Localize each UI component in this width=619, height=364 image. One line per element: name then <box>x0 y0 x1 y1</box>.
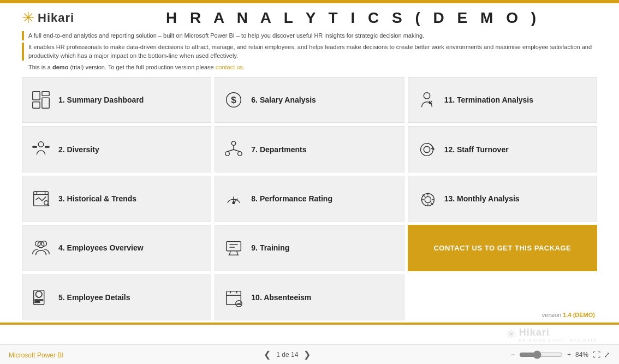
employees-overview-icon <box>29 236 53 260</box>
menu-item-diversity[interactable]: 2. Diversity <box>22 126 211 172</box>
menu-item-employees-overview[interactable]: 4. Employees Overview <box>22 225 211 271</box>
menu-item-performance[interactable]: 8. Performance Rating <box>215 176 404 222</box>
menu-item-employee-details[interactable]: 5. Employee Details <box>22 275 211 320</box>
svg-rect-51 <box>35 300 43 301</box>
svg-line-18 <box>234 150 240 152</box>
version-text: version 1.4 (DEMO) <box>542 312 597 318</box>
fit-to-screen-button[interactable]: ⛶ <box>593 350 600 359</box>
svg-point-13 <box>232 141 236 145</box>
menu-item-training[interactable]: 9. Training <box>215 225 404 271</box>
svg-rect-43 <box>227 242 241 251</box>
menu-label-monthly: 13. Monthly Analysis <box>444 194 520 203</box>
page-info: 1 de 14 <box>276 351 298 359</box>
performance-icon <box>222 187 246 211</box>
description-1: A full end-to-end analytics and reportin… <box>22 31 597 40</box>
menu-label-summary: 1. Summary Dashboard <box>58 96 144 104</box>
menu-label-employee-details: 5. Employee Details <box>58 293 130 302</box>
menu-item-absenteeism[interactable]: 10. Absenteeism <box>215 275 404 320</box>
description-3: This is a demo (trial) version. To get t… <box>22 63 597 72</box>
bottom-logo: ✳ Hikari BRINGING LIGHT INTO DATA <box>506 327 597 342</box>
menu-label-salary: 6. Salary Analysis <box>251 96 316 104</box>
menu-section: 1. Summary Dashboard $ 6. Salary Analysi… <box>22 77 597 320</box>
version-cell: version 1.4 (DEMO) <box>408 275 597 320</box>
zoom-slider[interactable] <box>519 350 563 359</box>
description-2: It enables HR professionals to make data… <box>22 43 597 61</box>
svg-point-7 <box>424 93 430 99</box>
svg-rect-1 <box>33 102 40 108</box>
svg-point-33 <box>425 196 431 202</box>
svg-text:$: $ <box>231 95 237 105</box>
svg-point-31 <box>233 202 235 204</box>
menu-label-departments: 7. Departments <box>251 145 306 154</box>
header-row: ✳ Hikari H R A N A L Y T I C S ( D E M O… <box>22 9 597 27</box>
svg-point-14 <box>225 151 230 156</box>
menu-label-diversity: 2. Diversity <box>58 145 99 154</box>
training-icon <box>222 236 246 260</box>
menu-item-salary[interactable]: $ 6. Salary Analysis <box>215 77 404 123</box>
main-content: ✳ Hikari H R A N A L Y T I C S ( D E M O… <box>0 3 619 320</box>
menu-label-performance: 8. Performance Rating <box>251 194 332 203</box>
menu-item-termination[interactable]: 11. Termination Analysis <box>408 77 597 123</box>
menu-label-absenteeism: 10. Absenteeism <box>251 293 311 302</box>
monthly-icon <box>415 187 439 211</box>
svg-point-15 <box>238 151 242 156</box>
prev-page-button[interactable]: ❮ <box>264 349 271 360</box>
svg-rect-23 <box>34 192 49 206</box>
menu-item-historical[interactable]: 3. Historical & Trends <box>22 176 211 222</box>
menu-grid: 1. Summary Dashboard $ 6. Salary Analysi… <box>22 77 597 320</box>
turnover-icon <box>415 138 439 162</box>
next-page-button[interactable]: ❯ <box>303 349 311 360</box>
version-number: 1.4 <box>563 312 571 318</box>
svg-line-45 <box>237 251 238 255</box>
menu-label-staff-turnover: 12. Staff Turnover <box>444 145 509 154</box>
svg-point-53 <box>36 291 42 297</box>
footer-icons: ⛶ ⤢ <box>593 350 610 359</box>
svg-rect-12 <box>45 146 50 147</box>
svg-point-10 <box>38 141 44 147</box>
historical-icon <box>29 187 53 211</box>
absenteeism-icon <box>222 285 246 309</box>
bottom-logo-sub: BRINGING LIGHT INTO DATA <box>519 338 597 342</box>
fullscreen-button[interactable]: ⤢ <box>604 350 610 359</box>
diversity-icon <box>29 138 53 162</box>
footer-center: ❮ 1 de 14 ❯ <box>264 349 311 360</box>
logo-area: ✳ Hikari <box>22 9 109 27</box>
svg-rect-3 <box>42 98 49 108</box>
svg-rect-0 <box>33 92 40 100</box>
bottom-logo-area: ✳ Hikari BRINGING LIGHT INTO DATA <box>0 325 619 344</box>
bottom-logo-icon: ✳ <box>506 327 516 342</box>
dashboard-icon <box>29 88 53 112</box>
bottom-logo-text: Hikari <box>519 327 550 338</box>
menu-label-training: 9. Training <box>251 243 289 252</box>
menu-item-monthly[interactable]: 13. Monthly Analysis <box>408 176 597 222</box>
svg-rect-54 <box>227 291 241 305</box>
svg-line-17 <box>228 150 234 152</box>
svg-rect-52 <box>35 301 40 302</box>
menu-label-historical: 3. Historical & Trends <box>58 194 136 203</box>
powerbi-link[interactable]: Microsoft Power BI <box>9 351 64 359</box>
menu-item-staff-turnover[interactable]: 12. Staff Turnover <box>408 126 597 172</box>
svg-point-20 <box>424 146 430 152</box>
logo-text: Hikari <box>38 11 74 25</box>
menu-label-employees-overview: 4. Employees Overview <box>58 243 144 252</box>
footer-left: Microsoft Power BI <box>9 350 64 360</box>
menu-item-departments[interactable]: 7. Departments <box>215 126 404 172</box>
menu-item-summary[interactable]: 1. Summary Dashboard <box>22 77 211 123</box>
svg-rect-2 <box>42 92 49 96</box>
svg-point-42 <box>38 242 44 248</box>
termination-icon <box>415 88 439 112</box>
logo-icon: ✳ <box>22 9 34 27</box>
svg-rect-11 <box>33 146 37 147</box>
cta-label: CONTACT US TO GET THIS PACKAGE <box>433 244 571 252</box>
footer-right: − + 84% ⛶ ⤢ <box>511 350 610 359</box>
departments-icon <box>222 138 246 162</box>
svg-line-44 <box>230 251 231 255</box>
svg-point-27 <box>44 201 49 205</box>
contact-us-link[interactable]: contact us <box>216 64 243 70</box>
menu-label-termination: 11. Termination Analysis <box>444 96 533 104</box>
menu-item-cta[interactable]: CONTACT US TO GET THIS PACKAGE <box>408 225 597 271</box>
page-title: H R A N A L Y T I C S ( D E M O ) <box>109 9 597 27</box>
zoom-plus[interactable]: + <box>567 351 571 359</box>
footer: Microsoft Power BI ❮ 1 de 14 ❯ − + 84% ⛶… <box>0 344 619 364</box>
zoom-minus[interactable]: − <box>511 351 515 359</box>
